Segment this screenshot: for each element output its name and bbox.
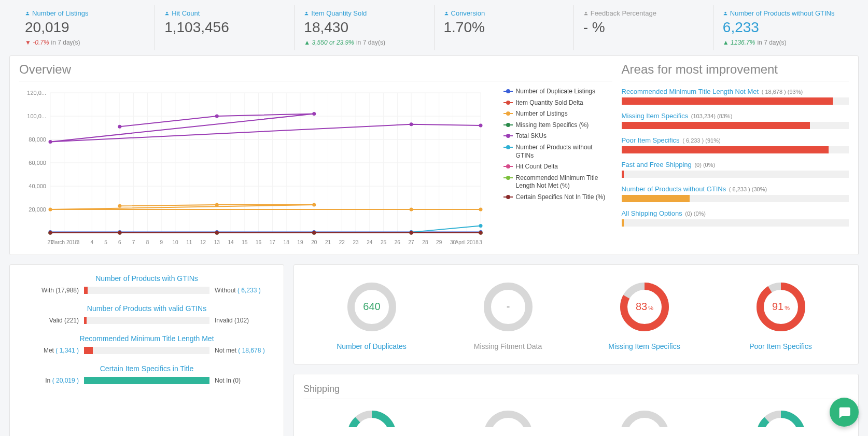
improvement-link[interactable]: Number of Products without GTINs <box>622 185 726 193</box>
hbar-fill <box>84 317 87 324</box>
svg-text:83%: 83% <box>635 301 653 312</box>
svg-text:15: 15 <box>242 240 248 245</box>
kpi-1: Hit Count 1,103,456 <box>155 5 295 50</box>
kpi-delta: ▲ 1136.7%in 7 day(s) <box>723 39 843 46</box>
legend-item[interactable]: Recommended Minimum Title Length Not Met… <box>503 174 612 190</box>
legend-item[interactable]: Number of Products without GTINs <box>503 144 612 160</box>
improvement-meta: ( 6,233 ) (30%) <box>729 186 767 192</box>
shipping-gauge[interactable] <box>587 406 702 427</box>
svg-text:10: 10 <box>172 240 178 245</box>
svg-point-129 <box>410 231 413 235</box>
kpi-3: Conversion 1.70% <box>435 5 574 50</box>
shipping-panel: Shipping <box>293 374 859 436</box>
legend-label: Recommended Minimum Title Length Not Met… <box>516 174 612 190</box>
hbar-title[interactable]: Number of Products with valid GTINs <box>19 304 274 313</box>
gauge[interactable]: 640 Number of Duplicates <box>315 278 429 350</box>
improvement-bar <box>622 195 849 202</box>
legend-item[interactable]: Item Quantity Sold Delta <box>503 99 612 107</box>
hbar-group: Number of Products with GTINs With (17,9… <box>19 274 274 294</box>
svg-text:80,000: 80,000 <box>29 136 46 143</box>
improvement-meta: (0) (0%) <box>685 210 706 217</box>
legend-label: Missing Item Specifics (%) <box>516 121 589 130</box>
kpi-value: - % <box>583 19 704 36</box>
gauge-label: Missing Fitment Data <box>451 342 565 350</box>
improvement-link[interactable]: Recommended Minimum Title Length Not Met <box>622 88 759 95</box>
improvement-item: All Shipping Options (0) (0%) <box>622 209 849 227</box>
improvement-bar-fill <box>622 97 833 105</box>
improvement-link[interactable]: Fast and Free Shipping <box>622 161 692 168</box>
improvement-item: Number of Products without GTINs ( 6,233… <box>622 185 849 202</box>
gauge-ring <box>480 406 537 427</box>
gauge[interactable]: 91% Poor Item Specifics <box>724 278 838 350</box>
improvement-bar-fill <box>622 195 690 202</box>
kpi-label: Feedback Percentage <box>583 9 704 17</box>
gauge[interactable]: - Missing Fitment Data <box>451 278 565 350</box>
improvement-link[interactable]: Missing Item Specifics <box>622 112 689 120</box>
improvement-bar-fill <box>622 171 624 178</box>
gauge-ring: 83% <box>616 278 673 335</box>
svg-text:22: 22 <box>339 240 345 245</box>
svg-text:3: 3 <box>479 240 482 245</box>
gauge[interactable]: 83% Missing Item Specifics <box>587 278 702 350</box>
hbar-row: Valid (221) Invalid (102) <box>19 317 274 324</box>
improvement-bar-fill <box>622 219 624 227</box>
legend-item[interactable]: Certain Specifics Not In Title (%) <box>503 193 612 202</box>
improvement-bar-fill <box>622 122 810 129</box>
hbar-group: Recommended Minimum Title Length Met Met… <box>19 334 274 354</box>
improvement-bar <box>622 97 849 105</box>
improvement-item: Fast and Free Shipping (0) (0%) <box>622 161 849 178</box>
svg-text:14: 14 <box>228 240 234 245</box>
legend-item[interactable]: Number of Listings <box>503 110 612 118</box>
chat-launcher-button[interactable] <box>830 398 859 427</box>
gauge-ring <box>752 406 809 427</box>
right-col: 640 Number of Duplicates - Missing Fitme… <box>293 264 859 436</box>
hbar-left-label: With (17,988) <box>19 287 79 294</box>
legend-label: Hit Count Delta <box>516 163 558 171</box>
hbar-row: With (17,988) Without ( 6,233 ) <box>19 287 274 294</box>
hbar-title[interactable]: Certain Item Specifics in Title <box>19 364 274 373</box>
svg-text:6: 6 <box>118 240 121 245</box>
svg-text:24: 24 <box>367 240 373 245</box>
gauge-ring: - <box>480 278 537 335</box>
improvement-link[interactable]: All Shipping Options <box>622 209 682 217</box>
kpi-value: 6,233 <box>723 19 843 36</box>
svg-point-103 <box>312 112 316 116</box>
improvement-title-row: Fast and Free Shipping (0) (0%) <box>622 161 849 168</box>
improvement-meta: (103,234) (83%) <box>691 113 733 119</box>
improvement-link[interactable]: Poor Item Specifics <box>622 136 680 144</box>
svg-text:5: 5 <box>104 240 107 245</box>
shipping-gauge[interactable] <box>724 406 838 427</box>
svg-text:12: 12 <box>200 240 206 245</box>
svg-text:60,000: 60,000 <box>29 160 46 166</box>
svg-point-106 <box>479 124 483 128</box>
legend-marker-icon <box>503 145 513 149</box>
hbar-title[interactable]: Number of Products with GTINs <box>19 274 274 283</box>
overview-chart-wrap: 20,00040,00060,00080,000100,0...120,0...… <box>19 88 612 248</box>
legend-marker-icon <box>503 195 513 199</box>
legend-item[interactable]: Missing Item Specifics (%) <box>503 121 612 130</box>
hbar-track <box>84 347 209 354</box>
legend-item[interactable]: Hit Count Delta <box>503 163 612 171</box>
legend-item[interactable]: Total SKUs <box>503 132 612 140</box>
svg-point-128 <box>49 231 52 235</box>
improvement-bar-fill <box>622 146 829 153</box>
gauge-ring: 640 <box>343 278 400 335</box>
chat-icon <box>837 405 851 419</box>
shipping-gauge[interactable] <box>451 406 565 427</box>
svg-text:20,000: 20,000 <box>29 206 46 213</box>
svg-point-94 <box>479 208 483 212</box>
svg-point-89 <box>118 204 121 208</box>
svg-text:40,000: 40,000 <box>29 183 46 189</box>
improvement-title-row: Recommended Minimum Title Length Not Met… <box>622 88 849 95</box>
improvement-section: Areas for most improvement Recommended M… <box>622 62 849 248</box>
improvement-title-row: Number of Products without GTINs ( 6,233… <box>622 185 849 193</box>
svg-text:13: 13 <box>214 240 220 245</box>
kpi-value: 1,103,456 <box>164 19 285 36</box>
hbar-fill <box>84 287 88 294</box>
legend-label: Number of Duplicate Listings <box>516 88 595 96</box>
svg-point-145 <box>487 414 529 427</box>
hbar-title[interactable]: Recommended Minimum Title Length Met <box>19 334 274 343</box>
overview-line-chart[interactable]: 20,00040,00060,00080,000100,0...120,0...… <box>19 88 503 248</box>
legend-item[interactable]: Number of Duplicate Listings <box>503 88 612 96</box>
shipping-gauge[interactable] <box>315 406 429 427</box>
